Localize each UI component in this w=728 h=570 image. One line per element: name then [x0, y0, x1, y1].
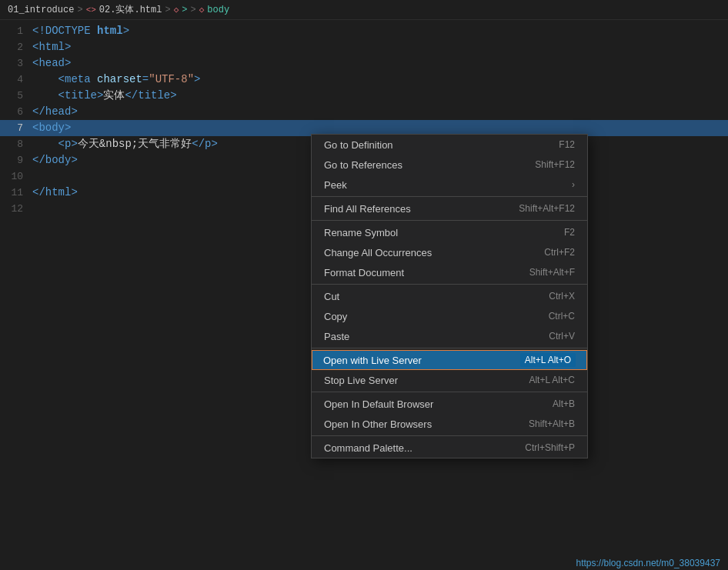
menu-command-palette[interactable]: Command Palette... Ctrl+Shift+P [312, 438, 587, 458]
code-editor[interactable]: 1 <!DOCTYPE html> 2 <html> 3 <head> 4 <m… [0, 20, 728, 570]
menu-sep-2 [312, 220, 587, 221]
menu-stop-live-server[interactable]: Stop Live Server Alt+L Alt+C [312, 370, 587, 390]
menu-change-all-occurrences[interactable]: Change All Occurrences Ctrl+F2 [312, 242, 587, 262]
menu-open-live-server-shortcut: Alt+L Alt+O [520, 353, 576, 367]
line-content-5: <title>实体</title> [32, 88, 177, 104]
context-menu: Go to Definition F12 Go to References Sh… [311, 134, 588, 458]
menu-find-all-references-shortcut: Shift+Alt+F12 [519, 203, 575, 214]
menu-open-default-browser-shortcut: Alt+B [553, 398, 575, 409]
menu-format-document-label: Format Document [324, 267, 404, 278]
menu-open-default-browser[interactable]: Open In Default Browser Alt+B [312, 394, 587, 414]
menu-sep-3 [312, 284, 587, 285]
line-number-4: 4 [0, 72, 32, 88]
menu-open-other-browsers-label: Open In Other Browsers [324, 418, 432, 430]
menu-copy[interactable]: Copy Ctrl+C [312, 306, 587, 326]
menu-go-to-references-label: Go to References [324, 159, 402, 171]
line-content-9: </body> [32, 152, 78, 168]
breadcrumb-html-icon: ◇ [174, 5, 179, 15]
menu-change-all-occurrences-label: Change All Occurrences [324, 247, 432, 258]
menu-copy-label: Copy [324, 311, 347, 322]
menu-open-default-browser-label: Open In Default Browser [324, 398, 433, 410]
menu-rename-symbol-shortcut: F2 [564, 227, 575, 238]
menu-open-live-server[interactable]: Open with Live Server Alt+L Alt+O [312, 350, 587, 370]
menu-command-palette-label: Command Palette... [324, 442, 412, 454]
line-number-5: 5 [0, 88, 32, 104]
menu-sep-1 [312, 196, 587, 197]
menu-format-document-shortcut: Shift+Alt+F [529, 267, 575, 278]
menu-peek-chevron: › [572, 179, 575, 190]
menu-go-to-definition[interactable]: Go to Definition F12 [312, 135, 587, 155]
line-number-7: 7 [0, 120, 32, 136]
menu-open-other-browsers-shortcut: Shift+Alt+B [529, 418, 575, 429]
line-content-4: <meta charset="UTF-8"> [32, 72, 200, 88]
menu-go-to-references[interactable]: Go to References Shift+F12 [312, 155, 587, 175]
breadcrumb-sep-1: > [77, 5, 82, 15]
line-number-9: 9 [0, 152, 32, 168]
menu-open-live-server-label: Open with Live Server [323, 355, 422, 366]
line-number-8: 8 [0, 136, 32, 152]
breadcrumb-file-icon: <> [86, 5, 96, 15]
menu-open-other-browsers[interactable]: Open In Other Browsers Shift+Alt+B [312, 414, 587, 434]
code-line-3: 3 <head> [0, 55, 728, 72]
menu-format-document[interactable]: Format Document Shift+Alt+F [312, 262, 587, 282]
breadcrumb-sep-2: > [165, 5, 170, 15]
menu-sep-5 [312, 392, 587, 392]
menu-peek[interactable]: Peek › [312, 175, 587, 195]
breadcrumb-file[interactable]: 02.实体.html [99, 3, 162, 16]
menu-copy-shortcut: Ctrl+C [549, 311, 575, 322]
breadcrumb-sep-3: > [190, 5, 195, 15]
menu-paste[interactable]: Paste Ctrl+V [312, 326, 587, 346]
line-number-12: 12 [0, 201, 32, 217]
line-number-10: 10 [0, 168, 32, 185]
menu-go-to-definition-shortcut: F12 [559, 139, 575, 150]
line-content-8: <p>今天&nbsp;天气非常好</p> [32, 136, 218, 152]
menu-sep-4 [312, 348, 587, 348]
line-content-3: <head> [32, 55, 71, 72]
menu-paste-shortcut: Ctrl+V [549, 331, 575, 342]
menu-stop-live-server-label: Stop Live Server [324, 375, 398, 386]
breadcrumb-body-icon: ◇ [199, 5, 205, 15]
line-number-1: 1 [0, 23, 32, 39]
menu-cut-shortcut: Ctrl+X [549, 291, 575, 302]
line-content-2: <html> [32, 39, 71, 55]
footer-link[interactable]: https://blog.csdn.net/m0_38039437 [576, 558, 720, 568]
line-number-3: 3 [0, 55, 32, 72]
breadcrumb-body-tag[interactable]: body [207, 5, 229, 15]
code-line-2: 2 <html> [0, 39, 728, 55]
line-number-11: 11 [0, 185, 32, 201]
breadcrumb-folder[interactable]: 01_introduce [8, 5, 74, 15]
menu-command-palette-shortcut: Ctrl+Shift+P [525, 442, 575, 453]
menu-peek-label: Peek [324, 179, 347, 191]
menu-change-all-occurrences-shortcut: Ctrl+F2 [544, 247, 575, 258]
line-content-11: </html> [32, 185, 78, 201]
code-line-4: 4 <meta charset="UTF-8"> [0, 72, 728, 88]
breadcrumb: 01_introduce > <> 02.实体.html > ◇ > > ◇ b… [0, 0, 728, 20]
menu-cut-label: Cut [324, 291, 339, 302]
menu-go-to-definition-label: Go to Definition [324, 139, 393, 151]
line-number-2: 2 [0, 39, 32, 55]
menu-find-all-references-label: Find All References [324, 203, 411, 215]
code-line-1: 1 <!DOCTYPE html> [0, 23, 728, 39]
line-number-6: 6 [0, 104, 32, 120]
code-line-5: 5 <title>实体</title> [0, 88, 728, 104]
code-line-6: 6 </head> [0, 104, 728, 120]
menu-paste-label: Paste [324, 331, 349, 342]
menu-find-all-references[interactable]: Find All References Shift+Alt+F12 [312, 198, 587, 218]
breadcrumb-html-tag[interactable]: > [182, 5, 187, 15]
menu-rename-symbol[interactable]: Rename Symbol F2 [312, 222, 587, 242]
menu-go-to-references-shortcut: Shift+F12 [535, 159, 575, 170]
menu-cut[interactable]: Cut Ctrl+X [312, 286, 587, 306]
line-content-7: <body> [32, 120, 71, 136]
menu-stop-live-server-shortcut: Alt+L Alt+C [529, 375, 575, 385]
menu-rename-symbol-label: Rename Symbol [324, 227, 398, 238]
line-content-6: </head> [32, 104, 78, 120]
menu-sep-6 [312, 435, 587, 436]
line-content-1: <!DOCTYPE html> [32, 23, 129, 39]
